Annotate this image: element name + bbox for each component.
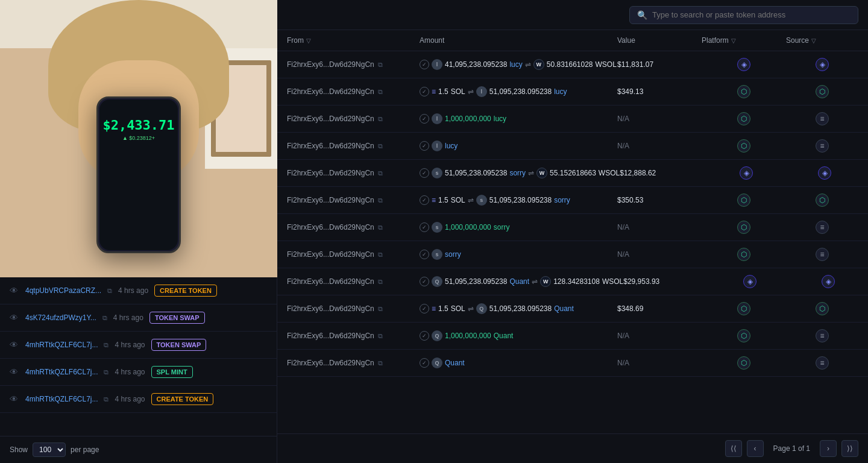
copy-icon[interactable]: ⧉ [378,305,383,313]
list-item[interactable]: 👁 4mhRTtkQZLF6CL7j... ⧉ 4 hrs ago TOKEN … [0,332,277,359]
copy-icon[interactable]: ⧉ [378,197,383,204]
list-item[interactable]: 👁 4mhRTtkQZLF6CL7j... ⧉ 4 hrs ago CREATE… [0,386,277,413]
copy-icon[interactable]: ⧉ [378,332,383,340]
tx-time: 4 hrs ago [115,395,145,403]
table-row[interactable]: Fi2hrxExy6...Dw6d29NgCn ⧉ ≡1.5SOL⇌l51,09… [277,78,868,106]
next-page-button[interactable]: › [820,440,837,457]
eye-icon[interactable]: 👁 [10,394,19,404]
amount-cell: l41,095,238.095238lucy⇌W50.831661028WSOL [420,59,617,70]
copy-icon[interactable]: ⧉ [104,368,108,376]
amount-left: 51,095,238.095238 [445,277,507,286]
tx-address[interactable]: 4mhRTtkQZLF6CL7j... [25,395,98,403]
table-row[interactable]: Fi2hrxExy6...Dw6d29NgCn ⧉ Q1,000,000,000… [277,323,868,350]
token-right-link[interactable]: sorry [554,196,570,204]
video-area: $2,433.71 ▲ $0.23812+ [0,0,277,277]
table-row[interactable]: Fi2hrxExy6...Dw6d29NgCn ⧉ ≡1.5SOL⇌s51,09… [277,187,868,214]
tx-address[interactable]: 4mhRTtkQZLF6CL7j... [25,341,98,349]
platform-cell: ⬡ [702,112,786,125]
check-icon [420,222,429,232]
copy-icon[interactable]: ⧉ [107,287,112,295]
source-cell: ◈ [786,58,858,71]
from-cell: Fi2hrxExy6...Dw6d29NgCn ⧉ [287,332,420,340]
list-item[interactable]: 👁 4qtpUbVRCPazaCRZ... ⧉ 4 hrs ago CREATE… [0,277,277,304]
token-right-link[interactable]: Quant [554,304,574,313]
from-address: Fi2hrxExy6...Dw6d29NgCn [287,87,374,96]
copy-icon[interactable]: ⧉ [378,224,383,232]
platform-cell: ◈ [704,166,788,180]
token-right-link[interactable]: WSOL [602,277,623,286]
platform-filter-icon[interactable]: ▽ [731,37,736,44]
list-item[interactable]: 👁 4sK724ufzdPWzy1Y... ⧉ 4 hrs ago TOKEN … [0,304,277,332]
copy-icon[interactable]: ⧉ [378,115,383,123]
copy-icon[interactable]: ⧉ [378,142,383,150]
phone-sub: ▲ $0.23812+ [122,135,155,141]
from-cell: Fi2hrxExy6...Dw6d29NgCn ⧉ [287,169,420,177]
copy-icon[interactable]: ⧉ [378,278,383,286]
token-left-link[interactable]: lucy [509,60,522,69]
copy-icon[interactable]: ⧉ [378,251,383,259]
value-cell: $349.13 [617,87,643,96]
token-left-link[interactable]: Quant [445,359,465,367]
list-item[interactable]: 👁 4mhRTtkQZLF6CL7j... ⧉ 4 hrs ago SPL MI… [0,359,277,386]
token-left-link[interactable]: Quant [509,277,529,286]
eye-icon[interactable]: 👁 [10,313,19,323]
copy-icon[interactable]: ⧉ [104,341,108,349]
tx-badge: CREATE TOKEN [154,285,217,297]
copy-icon[interactable]: ⧉ [378,61,383,69]
copy-icon[interactable]: ⧉ [102,314,107,322]
token-left-link[interactable]: lucy [445,142,458,150]
eye-icon[interactable]: 👁 [10,286,19,295]
tx-time: 4 hrs ago [115,341,145,349]
table-row[interactable]: Fi2hrxExy6...Dw6d29NgCn ⧉ Q51,095,238.09… [277,268,868,295]
from-filter-icon[interactable]: ▽ [306,37,311,44]
table-row[interactable]: Fi2hrxExy6...Dw6d29NgCn ⧉ s51,095,238.09… [277,160,868,187]
token-icon: l [432,140,442,151]
amount-cell: Q1,000,000,000Quant [420,330,617,341]
token-right-link[interactable]: WSOL [599,169,620,177]
token-right-link[interactable]: WSOL [596,60,617,69]
eye-icon[interactable]: 👁 [10,367,19,377]
token-icon: l [432,59,442,70]
copy-icon[interactable]: ⧉ [378,88,383,96]
value-cell: $12,888.62 [620,169,656,177]
table-row[interactable]: Fi2hrxExy6...Dw6d29NgCn ⧉ QQuant N/A ⬡ ≡ [277,350,868,377]
search-input[interactable] [652,10,851,19]
value-na: N/A [617,223,629,232]
tx-badge: TOKEN SWAP [151,339,207,351]
token-left-link[interactable]: sorry [494,223,510,232]
amount-cell: QQuant [420,357,617,368]
check-icon [420,250,429,259]
prev-page-button[interactable]: ‹ [747,440,764,457]
last-page-button[interactable]: ⟩⟩ [841,440,858,457]
table-row[interactable]: Fi2hrxExy6...Dw6d29NgCn ⧉ llucy N/A ⬡ ≡ [277,133,868,160]
tx-address[interactable]: 4sK724ufzdPWzy1Y... [25,313,96,322]
eye-icon[interactable]: 👁 [10,340,19,350]
table-row[interactable]: Fi2hrxExy6...Dw6d29NgCn ⧉ l41,095,238.09… [277,51,868,78]
search-wrapper: 🔍 [629,6,858,24]
per-page-select[interactable]: 100 50 25 [33,443,66,457]
token-left-link[interactable]: sorry [445,250,461,259]
token-left-link[interactable]: sorry [509,169,526,177]
table-row[interactable]: Fi2hrxExy6...Dw6d29NgCn ⧉ ssorry N/A ⬡ ≡ [277,241,868,268]
tx-address[interactable]: 4mhRTtkQZLF6CL7j... [25,368,98,376]
pump-icon: ⬡ [737,329,750,342]
copy-icon[interactable]: ⧉ [378,359,383,367]
token-left-link[interactable]: Quant [494,332,514,340]
tx-badge: TOKEN SWAP [149,312,205,324]
token-icon: Q [476,303,487,314]
from-cell: Fi2hrxExy6...Dw6d29NgCn ⧉ [287,115,420,123]
tx-address[interactable]: 4qtpUbVRCPazaCRZ... [25,286,101,295]
copy-icon[interactable]: ⧉ [378,169,383,177]
source-filter-icon[interactable]: ▽ [811,37,816,44]
copy-icon[interactable]: ⧉ [104,395,108,403]
token-right-link[interactable]: lucy [554,87,567,96]
table-row[interactable]: Fi2hrxExy6...Dw6d29NgCn ⧉ l1,000,000,000… [277,106,868,133]
token-left-link[interactable]: lucy [494,115,506,123]
platform-cell: ◈ [708,275,792,288]
phone-overlay: $2,433.71 ▲ $0.23812+ [96,96,181,253]
first-page-button[interactable]: ⟨⟨ [725,440,742,457]
table-row[interactable]: Fi2hrxExy6...Dw6d29NgCn ⧉ s1,000,000,000… [277,214,868,241]
pump-icon: ⬡ [816,85,829,98]
table-row[interactable]: Fi2hrxExy6...Dw6d29NgCn ⧉ ≡1.5SOL⇌Q51,09… [277,295,868,323]
from-cell: Fi2hrxExy6...Dw6d29NgCn ⧉ [287,142,420,150]
